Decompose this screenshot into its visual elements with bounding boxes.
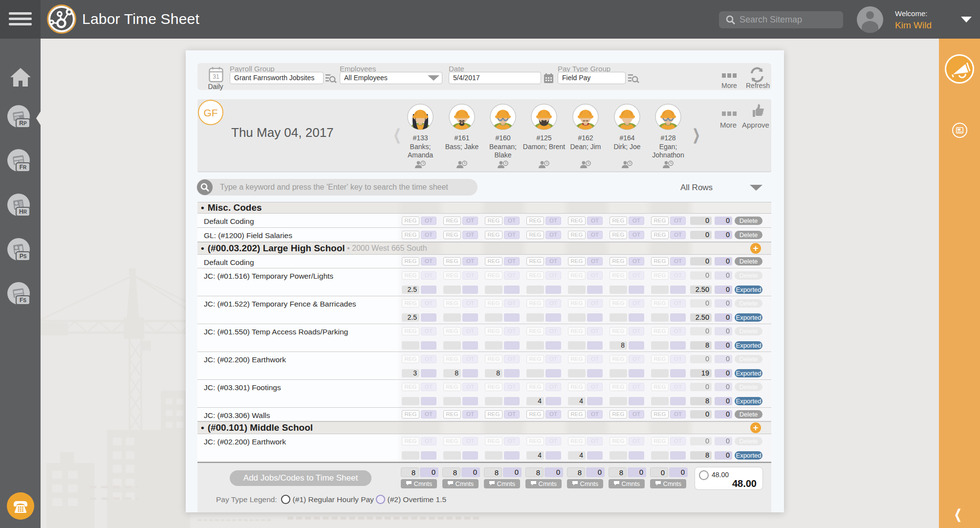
svg-text:31: 31	[213, 73, 219, 80]
